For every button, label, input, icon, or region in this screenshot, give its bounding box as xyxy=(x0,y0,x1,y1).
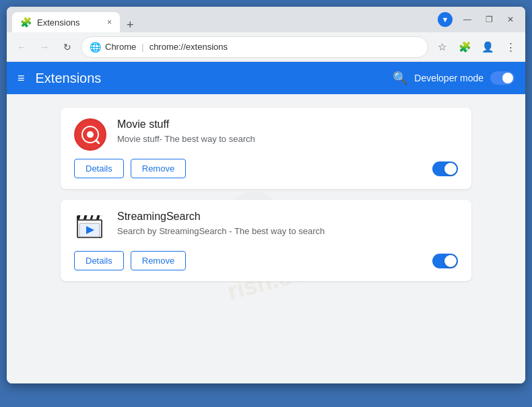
extensions-content: rish.com Movie stuff Movie stuff- The be… xyxy=(7,94,525,383)
refresh-icon: ↻ xyxy=(63,42,71,52)
page-title: Extensions xyxy=(36,71,393,86)
window-controls: — ❐ ✕ xyxy=(458,10,520,29)
browser-window: 🧩 Extensions × + ▼ — ❐ ✕ ← → ↻ 🌐 xyxy=(7,7,525,383)
active-tab[interactable]: 🧩 Extensions × xyxy=(12,12,120,32)
forward-button[interactable]: → xyxy=(35,38,54,57)
extension-icon-streaming-search xyxy=(74,211,106,243)
developer-mode-area: 🔍 Developer mode xyxy=(393,71,514,85)
details-button-streaming-search[interactable]: Details xyxy=(74,251,124,270)
new-tab-button[interactable]: + xyxy=(123,18,138,32)
enabled-toggle-streaming-search[interactable] xyxy=(432,254,458,268)
search-button[interactable]: 🔍 xyxy=(393,71,407,85)
more-icon: ⋮ xyxy=(506,41,516,53)
toggle-area-movie-stuff xyxy=(432,161,458,176)
profile-download-icon[interactable]: ▼ xyxy=(438,12,453,27)
back-icon: ← xyxy=(17,42,26,52)
url-bar[interactable]: 🌐 Chrome | chrome://extensions xyxy=(81,36,428,58)
developer-mode-label: Developer mode xyxy=(414,73,484,83)
url-divider: | xyxy=(141,42,143,52)
title-bar: 🧩 Extensions × + ▼ — ❐ ✕ xyxy=(7,7,525,32)
forward-icon: → xyxy=(40,42,49,52)
extension-name-streaming-search: StreamingSearch xyxy=(117,211,458,223)
person-icon: 👤 xyxy=(481,41,494,53)
extension-card-streaming-search: StreamingSearch Search by StreamingSearc… xyxy=(61,200,471,281)
card-top-streaming-search: StreamingSearch Search by StreamingSearc… xyxy=(74,211,458,243)
card-bottom-streaming-search: Details Remove xyxy=(74,251,458,270)
bookmark-button[interactable]: ☆ xyxy=(432,38,451,57)
hamburger-menu-button[interactable]: ≡ xyxy=(18,71,25,85)
extension-info-streaming-search: StreamingSearch Search by StreamingSearc… xyxy=(117,211,458,237)
details-button-movie-stuff[interactable]: Details xyxy=(74,159,124,178)
enabled-toggle-movie-stuff[interactable] xyxy=(432,161,458,176)
refresh-button[interactable]: ↻ xyxy=(58,38,77,57)
extension-icon-movie-stuff xyxy=(74,118,106,151)
url-site: Chrome xyxy=(105,42,136,52)
url-path: chrome://extensions xyxy=(149,42,228,52)
title-bar-right: ▼ xyxy=(438,12,453,27)
minimize-button[interactable]: — xyxy=(458,10,477,29)
extension-info-movie-stuff: Movie stuff Movie stuff- The best way to… xyxy=(117,118,458,145)
extension-desc-movie-stuff: Movie stuff- The best way to search xyxy=(117,133,458,145)
restore-button[interactable]: ❐ xyxy=(479,10,498,29)
clapper-body xyxy=(77,219,102,238)
tab-area: 🧩 Extensions × + xyxy=(12,7,432,32)
remove-button-movie-stuff[interactable]: Remove xyxy=(131,159,186,178)
star-icon: ☆ xyxy=(438,41,446,53)
toggle-area-streaming-search xyxy=(432,254,458,268)
more-button[interactable]: ⋮ xyxy=(501,38,520,57)
puzzle-icon: 🧩 xyxy=(459,41,471,53)
card-bottom-movie-stuff: Details Remove xyxy=(74,159,458,178)
tab-favicon-icon: 🧩 xyxy=(20,17,32,28)
address-bar-right: ☆ 🧩 👤 ⋮ xyxy=(432,38,520,57)
close-button[interactable]: ✕ xyxy=(501,10,520,29)
back-button[interactable]: ← xyxy=(12,38,31,57)
extensions-header: ≡ Extensions 🔍 Developer mode xyxy=(7,62,525,94)
url-favicon-icon: 🌐 xyxy=(90,42,101,52)
profile-button[interactable]: 👤 xyxy=(478,38,497,57)
extensions-button[interactable]: 🧩 xyxy=(455,38,474,57)
download-icon: ▼ xyxy=(442,15,449,24)
extension-name-movie-stuff: Movie stuff xyxy=(117,118,458,131)
tab-close-button[interactable]: × xyxy=(107,17,112,27)
svg-line-5 xyxy=(96,141,100,144)
extension-card-movie-stuff: Movie stuff Movie stuff- The best way to… xyxy=(61,108,471,189)
extension-desc-streaming-search: Search by StreamingSearch - The best way… xyxy=(117,225,458,237)
tab-label: Extensions xyxy=(37,17,80,28)
remove-button-streaming-search[interactable]: Remove xyxy=(131,251,186,270)
card-top-movie-stuff: Movie stuff Movie stuff- The best way to… xyxy=(74,118,458,151)
svg-point-4 xyxy=(87,131,94,138)
address-bar: ← → ↻ 🌐 Chrome | chrome://extensions ☆ 🧩… xyxy=(7,32,525,62)
developer-mode-toggle[interactable] xyxy=(490,71,514,85)
